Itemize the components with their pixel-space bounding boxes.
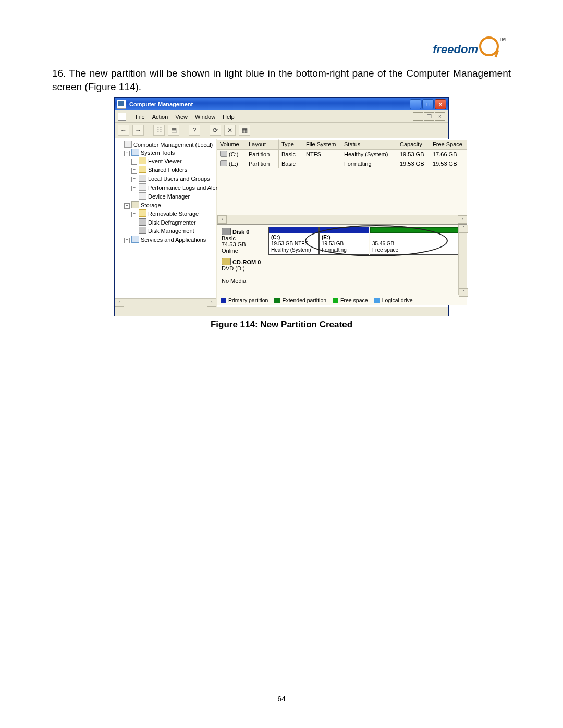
- disk-0-block[interactable]: Disk 0 Basic 74.53 GB Online (C:) 19.53 …: [219, 227, 464, 255]
- drive-icon: [220, 160, 227, 166]
- mdi-restore-button[interactable]: ❐: [424, 112, 434, 121]
- menu-bar: File Action View Window Help _ ❐ ×: [115, 110, 448, 123]
- tree-root[interactable]: Computer Management (Local) −System Tool…: [117, 140, 216, 244]
- scroll-down-icon[interactable]: ˅: [459, 288, 468, 297]
- title-bar[interactable]: Computer Management _ □ ×: [115, 98, 448, 110]
- tree-disk-management[interactable]: Disk Management: [131, 226, 216, 235]
- app-icon: [117, 100, 126, 109]
- tree-device-manager[interactable]: Device Manager: [131, 192, 216, 200]
- toolbar: ← → ☷ ▤ ? ⟳ ✕ ▦: [115, 123, 448, 138]
- scroll-left-icon[interactable]: ‹: [115, 299, 124, 307]
- logo-text: freedom: [433, 43, 478, 56]
- legend-logical: Logical drive: [382, 297, 413, 303]
- col-freespace[interactable]: Free Space: [430, 139, 467, 149]
- logo-tm: TM: [499, 36, 506, 42]
- scroll-left-icon[interactable]: ‹: [217, 215, 227, 224]
- partition-e[interactable]: (E:) 19.53 GB Formatting: [319, 227, 369, 255]
- legend-primary: Primary partition: [228, 297, 268, 303]
- col-layout[interactable]: Layout: [246, 139, 279, 149]
- properties-button[interactable]: ▤: [168, 125, 179, 136]
- partition-free[interactable]: 35.46 GB Free space: [370, 227, 464, 255]
- col-filesystem[interactable]: File System: [303, 139, 341, 149]
- tree-services[interactable]: +Services and Applications: [124, 235, 216, 244]
- col-type[interactable]: Type: [279, 139, 303, 149]
- cdrom-icon: [222, 258, 231, 265]
- tree-defragmenter[interactable]: Disk Defragmenter: [131, 218, 216, 226]
- refresh-button[interactable]: ⟳: [210, 125, 221, 136]
- step-16-text: 16. The new partition will be shown in l…: [52, 67, 511, 93]
- disk-graphical-view[interactable]: Disk 0 Basic 74.53 GB Online (C:) 19.53 …: [217, 224, 467, 305]
- forward-button[interactable]: →: [132, 125, 144, 136]
- legend-extended: Extended partition: [282, 297, 326, 303]
- help-button[interactable]: ?: [189, 125, 200, 136]
- page-number: 64: [0, 695, 563, 703]
- tree-perf-logs[interactable]: +Performance Logs and Alerts: [131, 183, 216, 192]
- volume-row-c[interactable]: (C:) Partition Basic NTFS Healthy (Syste…: [217, 150, 467, 159]
- col-volume[interactable]: Volume: [217, 139, 246, 149]
- col-status[interactable]: Status: [341, 139, 397, 149]
- figure-caption: Figure 114: New Partition Created: [52, 319, 511, 330]
- volume-row-e[interactable]: (E:) Partition Basic Formatting 19.53 GB…: [217, 159, 467, 168]
- menu-action[interactable]: Action: [152, 114, 168, 120]
- system-menu-icon[interactable]: [118, 113, 126, 121]
- tree-event-viewer[interactable]: +Event Viewer: [131, 156, 216, 165]
- navigation-tree[interactable]: Computer Management (Local) −System Tool…: [115, 139, 217, 307]
- menu-help[interactable]: Help: [223, 114, 235, 120]
- window-title: Computer Management: [129, 101, 193, 107]
- minimize-button[interactable]: _: [410, 99, 421, 109]
- logo-area: freedomTM: [52, 36, 511, 56]
- tree-storage[interactable]: −Storage +Removable Storage Disk Defragm…: [124, 201, 216, 235]
- disk-icon: [222, 228, 231, 235]
- maximize-button[interactable]: □: [422, 99, 434, 109]
- logo-nine-icon: [479, 36, 499, 56]
- close-button[interactable]: ×: [435, 99, 446, 109]
- scroll-up-icon[interactable]: ˄: [459, 225, 468, 233]
- status-bar: [115, 307, 448, 316]
- col-capacity[interactable]: Capacity: [397, 139, 430, 149]
- settings-button[interactable]: ▦: [239, 125, 250, 136]
- up-button[interactable]: ☷: [153, 125, 165, 136]
- tree-scrollbar[interactable]: ‹ ›: [115, 298, 216, 307]
- tree-removable[interactable]: +Removable Storage: [131, 209, 216, 218]
- scroll-right-icon[interactable]: ›: [458, 215, 467, 224]
- menu-view[interactable]: View: [175, 114, 188, 120]
- partition-c[interactable]: (C:) 19.53 GB NTFS Healthy (System): [268, 227, 319, 255]
- tree-local-users[interactable]: +Local Users and Groups: [131, 174, 216, 183]
- mdi-minimize-button[interactable]: _: [413, 112, 423, 121]
- cdrom-block[interactable]: CD-ROM 0 DVD (D:) No Media: [219, 257, 464, 285]
- graph-vscrollbar[interactable]: ˄ ˅: [458, 225, 467, 297]
- tree-shared-folders[interactable]: +Shared Folders: [131, 165, 216, 174]
- list-scrollbar[interactable]: ‹ ›: [217, 215, 467, 224]
- mdi-close-button[interactable]: ×: [435, 112, 445, 121]
- legend-free: Free space: [340, 297, 368, 303]
- drive-icon: [220, 151, 227, 157]
- delete-button[interactable]: ✕: [224, 125, 236, 136]
- scroll-right-icon[interactable]: ›: [207, 299, 216, 307]
- menu-window[interactable]: Window: [195, 114, 215, 120]
- computer-management-window: Computer Management _ □ × File Action Vi…: [114, 97, 449, 316]
- volume-list[interactable]: Volume Layout Type File System Status Ca…: [217, 139, 467, 224]
- menu-file[interactable]: File: [136, 114, 145, 120]
- tree-system-tools[interactable]: −System Tools +Event Viewer +Shared Fold…: [124, 148, 216, 201]
- cdrom-info: CD-ROM 0 DVD (D:) No Media: [219, 257, 268, 285]
- disk-0-info: Disk 0 Basic 74.53 GB Online: [219, 227, 268, 255]
- back-button[interactable]: ←: [118, 125, 129, 136]
